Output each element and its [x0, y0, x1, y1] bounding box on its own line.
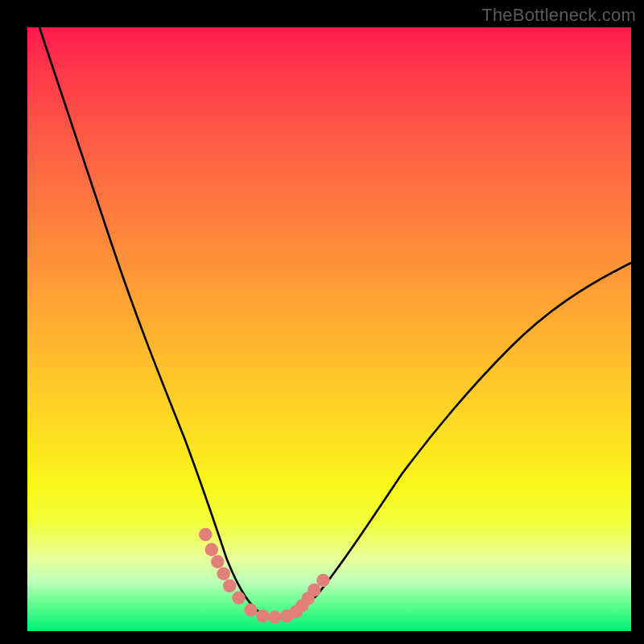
watermark-text: TheBottleneck.com	[481, 5, 636, 26]
marker-dot	[308, 584, 321, 597]
marker-dot	[244, 604, 258, 617]
outer-frame: TheBottleneck.com	[0, 0, 644, 644]
marker-dot	[232, 592, 246, 605]
marker-dot	[205, 543, 219, 557]
marker-dot	[211, 555, 225, 569]
plot-area	[27, 27, 631, 631]
marker-dot	[223, 580, 237, 593]
bottleneck-curve	[39, 27, 631, 618]
marker-dot	[217, 568, 231, 581]
marker-dot	[316, 574, 330, 588]
marker-dot	[256, 609, 270, 623]
marker-dot	[199, 528, 213, 542]
marker-group	[199, 528, 330, 624]
chart-svg	[27, 27, 631, 631]
marker-dot	[268, 611, 282, 624]
